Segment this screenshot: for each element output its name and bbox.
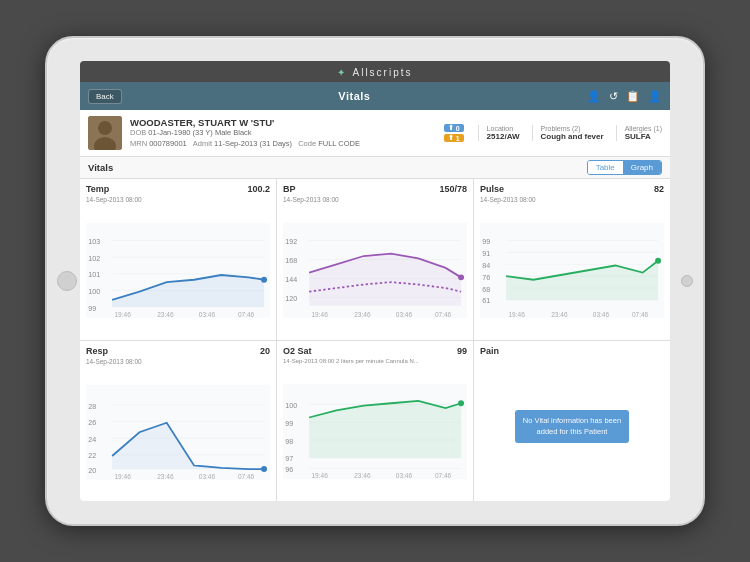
svg-text:98: 98 xyxy=(285,437,293,445)
mrn-label: MRN xyxy=(130,139,147,148)
patient-dob: DOB 01-Jan-1980 (33 Y) Male Black xyxy=(130,128,436,139)
pain-no-data-container: No Vital information has beenadded for t… xyxy=(480,358,664,497)
nav-bar: Back Vitals 👤 ↺ 📋 👤 xyxy=(80,82,670,110)
pulse-chart-svg: 99 91 84 76 68 61 19:46 xyxy=(480,206,664,335)
svg-text:99: 99 xyxy=(285,419,293,427)
vital-card-o2sat: O2 Sat 99 14-Sep-2013 08:00 2 liters per… xyxy=(277,341,473,502)
vital-card-temp: Temp 100.2 14-Sep-2013 08:00 103 102 101… xyxy=(80,179,276,340)
vital-bp-chart: 192 168 144 120 19:46 23:46 03:46 07:46 xyxy=(283,206,467,335)
svg-text:03:46: 03:46 xyxy=(593,311,610,318)
ipad-screen: ✦ Allscripts Back Vitals 👤 ↺ 📋 👤 xyxy=(80,61,670,501)
svg-text:24: 24 xyxy=(88,435,96,443)
svg-text:68: 68 xyxy=(482,286,490,294)
svg-text:101: 101 xyxy=(88,271,100,279)
svg-text:07:46: 07:46 xyxy=(435,472,452,479)
nav-bar-right: 👤 ↺ 📋 👤 xyxy=(587,90,662,103)
refresh-icon[interactable]: ↺ xyxy=(609,90,618,103)
patient-meta-group: Location 2512/AW Problems (2) Cough and … xyxy=(478,125,662,141)
vitals-grid: Temp 100.2 14-Sep-2013 08:00 103 102 101… xyxy=(80,179,670,501)
patient-header: WOODASTER, STUART W 'STU' DOB 01-Jan-198… xyxy=(80,110,670,157)
svg-text:20: 20 xyxy=(88,466,96,474)
vital-bp-date: 14-Sep-2013 08:00 xyxy=(283,196,467,203)
bp-chart-svg: 192 168 144 120 19:46 23:46 03:46 07:46 xyxy=(283,206,467,335)
resp-chart-svg: 28 26 24 22 20 19:46 23:46 xyxy=(86,368,270,497)
meta-problems: Problems (2) Cough and fever xyxy=(532,125,604,141)
vital-card-bp-header: BP 150/78 xyxy=(283,184,467,194)
svg-text:97: 97 xyxy=(285,455,293,463)
nav-bar-left: Back xyxy=(88,89,122,104)
vital-o2sat-date: 14-Sep-2013 08:00 2 liters per minute Ca… xyxy=(283,358,467,364)
svg-text:07:46: 07:46 xyxy=(632,311,649,318)
alert-badge-0: ⬆0 xyxy=(444,124,464,132)
vital-resp-date: 14-Sep-2013 08:00 xyxy=(86,358,270,365)
svg-text:102: 102 xyxy=(88,255,100,263)
vital-resp-chart: 28 26 24 22 20 19:46 23:46 xyxy=(86,368,270,497)
nav-title: Vitals xyxy=(338,90,370,102)
svg-point-53 xyxy=(655,258,661,264)
patient-name: WOODASTER, STUART W 'STU' xyxy=(130,117,436,128)
code-value: FULL CODE xyxy=(318,139,360,148)
svg-text:23:46: 23:46 xyxy=(354,311,371,318)
meta-allergies: Allergies (1) SULFA xyxy=(616,125,662,141)
allscripts-header: ✦ Allscripts xyxy=(80,61,670,82)
allscripts-brand-name: Allscripts xyxy=(352,67,412,78)
allscripts-logo-icon: ✦ xyxy=(337,67,346,78)
pain-no-data-message: No Vital information has beenadded for t… xyxy=(515,410,629,443)
dob-value: 01-Jan-1980 (33 Y) Male Black xyxy=(148,128,251,137)
vital-resp-value: 20 xyxy=(260,346,270,356)
vital-card-pulse-header: Pulse 82 xyxy=(480,184,664,194)
svg-text:99: 99 xyxy=(88,305,96,313)
add-person-icon[interactable]: 👤 xyxy=(648,90,662,103)
vital-card-pulse: Pulse 82 14-Sep-2013 08:00 99 91 84 76 6… xyxy=(474,179,670,340)
vital-temp-name: Temp xyxy=(86,184,109,194)
svg-text:07:46: 07:46 xyxy=(238,311,255,318)
svg-text:28: 28 xyxy=(88,402,96,410)
vitals-section-title: Vitals xyxy=(88,162,113,173)
svg-text:192: 192 xyxy=(285,238,297,246)
svg-text:03:46: 03:46 xyxy=(199,311,216,318)
clipboard-icon[interactable]: 📋 xyxy=(626,90,640,103)
vital-card-temp-header: Temp 100.2 xyxy=(86,184,270,194)
vital-pulse-date: 14-Sep-2013 08:00 xyxy=(480,196,664,203)
svg-text:84: 84 xyxy=(482,262,490,270)
vital-pulse-value: 82 xyxy=(654,184,664,194)
back-button[interactable]: Back xyxy=(88,89,122,104)
meta-location: Location 2512/AW xyxy=(478,125,520,141)
table-toggle-button[interactable]: Table xyxy=(588,161,623,174)
svg-text:144: 144 xyxy=(285,276,297,284)
app-container: Back Vitals 👤 ↺ 📋 👤 xyxy=(80,82,670,501)
svg-point-87 xyxy=(458,400,464,406)
svg-text:03:46: 03:46 xyxy=(396,311,413,318)
person-icon[interactable]: 👤 xyxy=(587,90,601,103)
alert-badges: ⬆0 ⬆1 xyxy=(444,124,464,142)
svg-text:96: 96 xyxy=(285,466,293,474)
mrn-value: 000789001 xyxy=(149,139,187,148)
vital-temp-value: 100.2 xyxy=(247,184,270,194)
code-label: Code xyxy=(298,139,316,148)
svg-text:07:46: 07:46 xyxy=(238,472,255,479)
svg-text:103: 103 xyxy=(88,238,100,246)
vital-o2sat-chart: 100 99 98 97 96 19:46 23:46 xyxy=(283,367,467,497)
graph-toggle-button[interactable]: Graph xyxy=(623,161,661,174)
ipad-home-button[interactable] xyxy=(57,271,77,291)
admit-value: 11-Sep-2013 (31 Days) xyxy=(214,139,292,148)
svg-text:76: 76 xyxy=(482,274,490,282)
vital-card-pain: Pain No Vital information has beenadded … xyxy=(474,341,670,502)
vital-card-pain-header: Pain xyxy=(480,346,664,356)
vital-temp-chart: 103 102 101 100 99 19:46 xyxy=(86,206,270,335)
svg-point-1 xyxy=(98,121,112,135)
svg-point-34 xyxy=(458,274,464,280)
patient-mrn: MRN 000789001 Admit 11-Sep-2013 (31 Days… xyxy=(130,139,436,150)
svg-text:19:46: 19:46 xyxy=(114,311,131,318)
temp-chart-svg: 103 102 101 100 99 19:46 xyxy=(86,206,270,335)
vital-bp-name: BP xyxy=(283,184,296,194)
vital-card-bp: BP 150/78 14-Sep-2013 08:00 192 168 144 … xyxy=(277,179,473,340)
vital-card-o2sat-header: O2 Sat 99 xyxy=(283,346,467,356)
svg-text:19:46: 19:46 xyxy=(311,311,328,318)
svg-text:168: 168 xyxy=(285,257,297,265)
vital-o2sat-value: 99 xyxy=(457,346,467,356)
vitals-section-header: Vitals Table Graph xyxy=(80,157,670,179)
svg-text:99: 99 xyxy=(482,238,490,246)
svg-text:19:46: 19:46 xyxy=(508,311,525,318)
svg-text:07:46: 07:46 xyxy=(435,311,452,318)
